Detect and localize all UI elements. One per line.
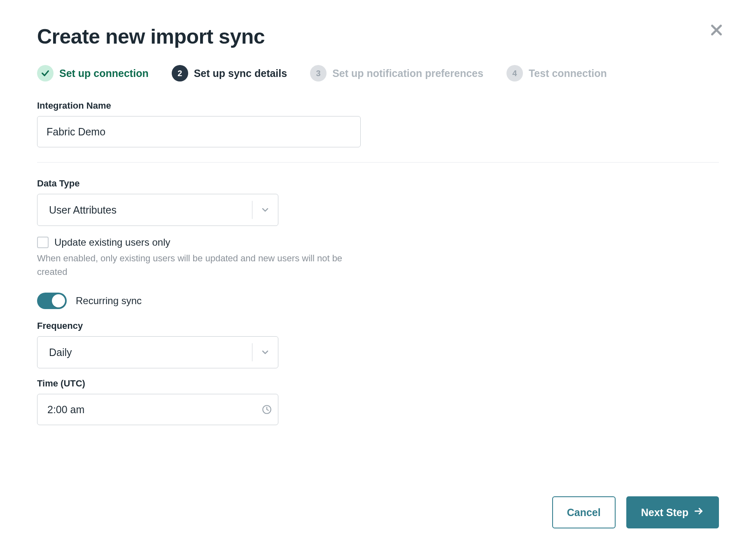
time-label: Time (UTC) <box>37 378 719 389</box>
clock-icon <box>261 404 272 415</box>
step-label: Set up notification preferences <box>332 67 483 79</box>
recurring-toggle[interactable] <box>37 293 67 309</box>
step-label: Set up sync details <box>194 67 287 79</box>
frequency-value: Daily <box>37 347 252 358</box>
step-number: 3 <box>310 65 327 81</box>
step-number: 4 <box>506 65 523 81</box>
data-type-value: User Attributes <box>37 204 252 216</box>
modal-title: Create new import sync <box>37 25 719 49</box>
chevron-down-icon <box>252 205 278 215</box>
arrow-right-icon <box>693 506 704 519</box>
chevron-down-icon <box>252 347 278 357</box>
stepper: Set up connection 2 Set up sync details … <box>37 65 719 81</box>
integration-name-label: Integration Name <box>37 100 719 111</box>
toggle-knob <box>52 294 65 307</box>
frequency-group: Frequency Daily <box>37 321 719 368</box>
update-existing-label: Update existing users only <box>54 237 170 248</box>
update-existing-helper: When enabled, only existing users will b… <box>37 251 362 279</box>
cancel-button[interactable]: Cancel <box>552 496 616 528</box>
modal-footer: Cancel Next Step <box>552 496 719 528</box>
time-group: Time (UTC) 2:00 am <box>37 378 719 425</box>
step-3[interactable]: 3 Set up notification preferences <box>310 65 483 81</box>
next-step-button-label: Next Step <box>641 507 688 519</box>
create-import-sync-modal: Create new import sync Set up connection… <box>0 0 756 549</box>
frequency-label: Frequency <box>37 321 719 331</box>
close-icon <box>709 32 724 39</box>
recurring-label: Recurring sync <box>76 295 142 307</box>
step-2[interactable]: 2 Set up sync details <box>172 65 287 81</box>
cancel-button-label: Cancel <box>567 507 601 519</box>
frequency-select[interactable]: Daily <box>37 336 278 368</box>
time-value: 2:00 am <box>47 404 261 416</box>
integration-name-group: Integration Name <box>37 100 719 147</box>
integration-name-input[interactable] <box>37 116 361 147</box>
next-step-button[interactable]: Next Step <box>626 496 719 528</box>
data-type-group: Data Type User Attributes <box>37 178 719 226</box>
step-label: Set up connection <box>59 67 149 79</box>
step-4[interactable]: 4 Test connection <box>506 65 607 81</box>
update-existing-row: Update existing users only <box>37 237 719 248</box>
close-button[interactable] <box>709 23 724 37</box>
update-existing-checkbox[interactable] <box>37 237 49 248</box>
step-number: 2 <box>172 65 188 81</box>
step-1[interactable]: Set up connection <box>37 65 149 81</box>
step-label: Test connection <box>529 67 607 79</box>
time-input[interactable]: 2:00 am <box>37 394 278 425</box>
divider <box>37 162 719 163</box>
data-type-select[interactable]: User Attributes <box>37 194 278 226</box>
data-type-label: Data Type <box>37 178 719 189</box>
step-check-icon <box>37 65 54 81</box>
recurring-row: Recurring sync <box>37 293 719 309</box>
